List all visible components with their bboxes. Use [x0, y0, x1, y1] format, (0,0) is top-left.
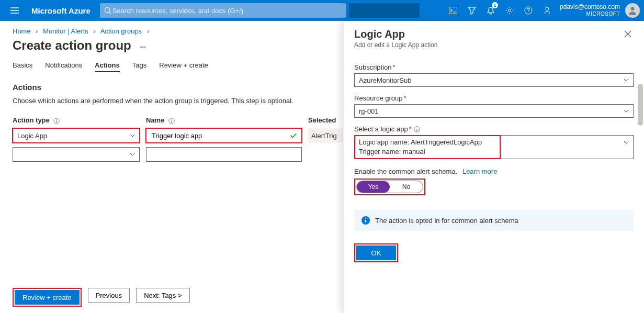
panel-title: Logic App [354, 28, 437, 40]
tab-tags[interactable]: Tags [132, 61, 146, 72]
next-button[interactable]: Next: Tags > [136, 288, 189, 303]
chevron-right-icon: › [147, 27, 149, 35]
info-banner: The action is opted in for common alert … [354, 210, 634, 231]
info-icon[interactable] [53, 118, 60, 124]
svg-point-4 [546, 7, 549, 10]
svg-point-5 [631, 7, 635, 10]
scrollbar-thumb[interactable] [638, 84, 643, 126]
cloud-shell-icon[interactable] [444, 0, 462, 21]
page-title-text: Create action group [13, 38, 131, 52]
svg-point-2 [509, 9, 511, 12]
logic-app-name: Logic app name: AlertTriggeredLogicApp [359, 138, 482, 147]
wizard-footer: Review + create Previous Next: Tags > [13, 288, 190, 307]
user-account[interactable]: pdavis@contoso.com MICROSOFT [557, 3, 623, 18]
subscription-select[interactable]: AzureMonitorSub [354, 73, 634, 87]
chevron-right-icon: › [93, 27, 95, 35]
tab-notifications[interactable]: Notifications [45, 61, 82, 72]
previous-button[interactable]: Previous [88, 288, 130, 303]
col-action-type: Action type [13, 116, 146, 124]
action-type-select[interactable]: Logic App [13, 128, 140, 143]
chevron-down-icon [130, 153, 135, 156]
brand-label[interactable]: Microsoft Azure [25, 6, 97, 15]
action-name-input[interactable] [151, 131, 290, 140]
toggle-no[interactable]: No [390, 181, 423, 193]
panel-subtitle: Add or edit a Logic App action [354, 41, 437, 49]
menu-icon[interactable] [4, 7, 25, 14]
chevron-down-icon [624, 109, 629, 113]
learn-more-link[interactable]: Learn more [462, 167, 497, 175]
col-name-label: Name [146, 116, 164, 124]
chevron-down-icon [624, 79, 629, 82]
tab-actions[interactable]: Actions [95, 61, 120, 72]
logic-app-select-label: Select a logic app* [354, 125, 634, 133]
search-input[interactable] [111, 6, 342, 15]
schema-text: Enable the common alert schema. [354, 167, 457, 175]
resource-group-select[interactable]: rg-001 [354, 104, 634, 118]
help-icon[interactable] [519, 0, 538, 21]
subscription-value: AzureMonitorSub [359, 76, 411, 84]
breadcrumb-home[interactable]: Home [13, 27, 31, 35]
top-nav-bar: Microsoft Azure 1 pdavis@contoso.com MIC… [0, 0, 644, 21]
directory-filter-icon[interactable] [462, 0, 481, 21]
breadcrumb-action-groups[interactable]: Action groups [100, 27, 142, 35]
checkmark-icon [290, 132, 297, 139]
tab-basics[interactable]: Basics [13, 61, 32, 72]
subscription-label: Subscription* [354, 63, 634, 71]
ok-button[interactable]: OK [356, 245, 396, 260]
settings-icon[interactable] [500, 0, 519, 21]
notifications-icon[interactable]: 1 [481, 0, 500, 21]
action-type-value: Logic App [17, 132, 47, 140]
info-icon[interactable] [168, 118, 175, 124]
close-icon[interactable] [622, 28, 634, 40]
tab-review-create[interactable]: Review + create [159, 61, 208, 72]
col-selected-label: Selected [308, 116, 336, 124]
info-banner-text: The action is opted in for common alert … [375, 217, 518, 225]
schema-toggle[interactable]: Yes No [356, 181, 423, 193]
svg-point-0 [105, 7, 110, 13]
chevron-down-icon [130, 134, 135, 137]
search-icon [104, 7, 111, 14]
notification-badge: 1 [492, 2, 498, 8]
svg-rect-1 [449, 7, 457, 14]
chevron-down-icon [624, 141, 629, 144]
logic-app-panel: Logic App Add or edit a Logic App action… [343, 21, 644, 313]
resource-group-label: Resource group* [354, 94, 634, 102]
breadcrumb-monitor-alerts[interactable]: Monitor | Alerts [43, 27, 88, 35]
toggle-yes[interactable]: Yes [357, 181, 390, 193]
action-name-input-wrap [146, 128, 302, 143]
review-create-button[interactable]: Review + create [15, 290, 80, 305]
trigger-name: Trigger name: manual [359, 147, 482, 156]
avatar[interactable] [625, 3, 640, 18]
col-name: Name [146, 116, 308, 124]
selected-preview: AlertTrig [311, 132, 337, 140]
user-directory: MICROSOFT [586, 10, 620, 18]
info-icon[interactable] [414, 126, 420, 132]
action-name-input-empty-wrap [146, 147, 302, 162]
more-menu-icon[interactable]: ··· [140, 43, 146, 51]
user-email: pdavis@contoso.com [560, 3, 620, 10]
env-switcher[interactable] [349, 3, 420, 18]
logic-app-select[interactable]: Logic app name: AlertTriggeredLogicApp T… [354, 135, 634, 159]
info-icon [361, 216, 370, 225]
col-action-type-label: Action type [13, 116, 50, 124]
global-search[interactable] [100, 3, 346, 18]
common-alert-schema-row: Enable the common alert schema. Learn mo… [354, 167, 634, 175]
action-name-input-empty[interactable] [151, 150, 297, 159]
chevron-right-icon: › [36, 27, 38, 35]
action-type-select-empty[interactable] [13, 147, 140, 162]
feedback-icon[interactable] [538, 0, 557, 21]
resource-group-value: rg-001 [359, 107, 379, 115]
